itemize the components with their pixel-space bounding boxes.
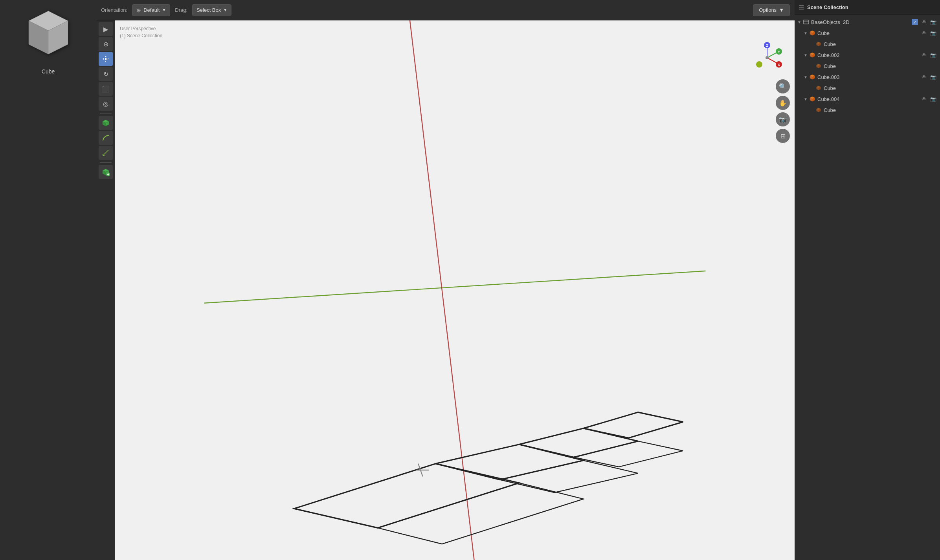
select-box-arrow: ▼ bbox=[223, 8, 227, 12]
svg-marker-31 bbox=[519, 428, 638, 458]
expand-cube-002[interactable]: ▼ bbox=[802, 52, 809, 58]
base-collection-actions: ✓ 👁 📷 bbox=[912, 18, 937, 26]
mesh-icon-004 bbox=[809, 95, 816, 102]
select-box-value: Select Box bbox=[196, 7, 221, 13]
viewport-content: ▶ ⊕ ↻ ⬛ ◎ bbox=[96, 20, 795, 560]
move-tool-button[interactable] bbox=[99, 52, 113, 66]
cube-003-camera-icon[interactable]: 📷 bbox=[930, 73, 937, 81]
right-panel: ☰ Scene Collection ▼ BaseObjects_2D ✓ 👁 … bbox=[795, 0, 940, 560]
mesh-small-icon-004 bbox=[815, 106, 822, 113]
mesh-small-icon-002 bbox=[815, 62, 822, 70]
cube-1-eye-icon[interactable]: 👁 bbox=[920, 29, 927, 37]
scene-svg bbox=[115, 20, 795, 560]
left-toolbar: ▶ ⊕ ↻ ⬛ ◎ bbox=[96, 20, 115, 560]
svg-marker-32 bbox=[584, 412, 683, 438]
transform-tool-button[interactable]: ◎ bbox=[99, 97, 113, 111]
outliner-row-cube-004[interactable]: ▼ Cube.004 👁 📷 bbox=[795, 93, 940, 104]
select-box-dropdown[interactable]: Select Box ▼ bbox=[192, 4, 231, 16]
cube-002-camera-icon[interactable]: 📷 bbox=[930, 51, 937, 59]
cube-004-eye-icon[interactable]: 👁 bbox=[920, 95, 927, 102]
svg-line-28 bbox=[410, 20, 474, 560]
svg-rect-38 bbox=[803, 20, 809, 24]
cube-004-label: Cube.004 bbox=[817, 96, 920, 102]
base-checkbox[interactable]: ✓ bbox=[912, 19, 918, 25]
svg-marker-34 bbox=[500, 460, 638, 492]
orientation-value: Default bbox=[143, 7, 160, 13]
viewport-area: Orientation: ⊕ Default ▼ Drag: Select Bo… bbox=[96, 0, 795, 560]
outliner-row-cube-002[interactable]: ▼ Cube.002 👁 📷 bbox=[795, 49, 940, 60]
options-label: Options bbox=[759, 7, 777, 13]
mesh-icon-003 bbox=[809, 73, 816, 81]
svg-line-7 bbox=[103, 150, 108, 156]
expand-cube-003-child: ▶ bbox=[809, 85, 815, 91]
left-object-panel: Cube bbox=[0, 0, 96, 560]
outliner-row-cube-1[interactable]: ▼ Cube 👁 📷 bbox=[795, 27, 940, 38]
expand-cube-1[interactable]: ▼ bbox=[802, 30, 809, 36]
outliner-title: Scene Collection bbox=[807, 4, 848, 10]
topbar: Orientation: ⊕ Default ▼ Drag: Select Bo… bbox=[96, 0, 795, 20]
base-collection-label: BaseObjects_2D bbox=[811, 19, 912, 25]
cursor-tool-button[interactable]: ⊕ bbox=[99, 37, 113, 51]
expand-cube-1-child: ▶ bbox=[809, 41, 815, 47]
cube-003-label: Cube.003 bbox=[817, 74, 920, 80]
expand-cube-004-child: ▶ bbox=[809, 107, 815, 113]
expand-cube-004[interactable]: ▼ bbox=[802, 96, 809, 102]
mesh-small-icon-003 bbox=[815, 84, 822, 92]
outliner-header-icon: ☰ bbox=[799, 4, 804, 11]
svg-rect-3 bbox=[105, 58, 106, 60]
collection-icon bbox=[802, 18, 810, 26]
cube-002-actions: 👁 📷 bbox=[920, 51, 937, 59]
svg-marker-35 bbox=[574, 441, 683, 467]
rotate-tool-button[interactable]: ↻ bbox=[99, 67, 113, 81]
scale-tool-button[interactable]: ⬛ bbox=[99, 82, 113, 96]
outliner-row-cube-1-child[interactable]: ▶ Cube bbox=[795, 38, 940, 49]
add-cube-tool-button[interactable] bbox=[99, 116, 113, 130]
cube-1-label: Cube bbox=[817, 30, 920, 36]
cube-004-camera-icon[interactable]: 📷 bbox=[930, 95, 937, 102]
orientation-label: Orientation: bbox=[101, 7, 127, 13]
cube-002-child-label: Cube bbox=[824, 63, 937, 69]
expand-cube-002-child: ▶ bbox=[809, 63, 815, 69]
expand-base[interactable]: ▼ bbox=[796, 19, 802, 25]
cube-1-actions: 👁 📷 bbox=[920, 29, 937, 37]
measure-tool-button[interactable] bbox=[99, 146, 113, 160]
outliner-row-cube-004-child[interactable]: ▶ Cube bbox=[795, 104, 940, 115]
cube-003-eye-icon[interactable]: 👁 bbox=[920, 73, 927, 81]
base-eye-icon[interactable]: 👁 bbox=[920, 18, 927, 26]
base-camera-icon[interactable]: 📷 bbox=[930, 18, 937, 26]
scene-viewport[interactable]: User Perspective (1) Scene Collection Z … bbox=[115, 20, 795, 560]
select-tool-button[interactable]: ▶ bbox=[99, 22, 113, 36]
expand-cube-003[interactable]: ▼ bbox=[802, 74, 809, 80]
orientation-dropdown[interactable]: ⊕ Default ▼ bbox=[132, 4, 170, 16]
cube-003-child-label: Cube bbox=[824, 85, 937, 91]
cube-002-label: Cube.002 bbox=[817, 52, 920, 58]
add-object-button[interactable] bbox=[99, 165, 113, 179]
cube-1-camera-icon[interactable]: 📷 bbox=[930, 29, 937, 37]
cube-003-actions: 👁 📷 bbox=[920, 73, 937, 81]
cube-004-child-label: Cube bbox=[824, 107, 937, 113]
toolbar-separator-1 bbox=[100, 113, 112, 113]
cube-preview bbox=[17, 3, 80, 66]
cube-002-eye-icon[interactable]: 👁 bbox=[920, 51, 927, 59]
annotate-tool-button[interactable] bbox=[99, 131, 113, 145]
outliner-row-cube-003-child[interactable]: ▶ Cube bbox=[795, 82, 940, 93]
drag-label: Drag: bbox=[175, 7, 187, 13]
orientation-arrow: ▼ bbox=[162, 8, 166, 12]
toolbar-separator-2 bbox=[100, 162, 112, 163]
outliner-header: ☰ Scene Collection bbox=[795, 0, 940, 15]
mesh-icon-1 bbox=[809, 29, 816, 37]
outliner-row-cube-003[interactable]: ▼ Cube.003 👁 📷 bbox=[795, 71, 940, 82]
cube-004-actions: 👁 📷 bbox=[920, 95, 937, 102]
svg-line-27 bbox=[204, 271, 706, 303]
mesh-icon-002 bbox=[809, 51, 816, 59]
outliner-row-base-collection[interactable]: ▼ BaseObjects_2D ✓ 👁 📷 bbox=[795, 16, 940, 27]
mesh-small-icon-1 bbox=[815, 40, 822, 48]
outliner-row-cube-002-child[interactable]: ▶ Cube bbox=[795, 60, 940, 71]
options-arrow: ▼ bbox=[779, 7, 784, 13]
object-name-label: Cube bbox=[42, 68, 55, 75]
cube-1-child-label: Cube bbox=[824, 41, 937, 47]
svg-marker-30 bbox=[435, 445, 583, 480]
outliner-items: ▼ BaseObjects_2D ✓ 👁 📷 ▼ bbox=[795, 15, 940, 560]
options-button[interactable]: Options ▼ bbox=[753, 4, 790, 16]
